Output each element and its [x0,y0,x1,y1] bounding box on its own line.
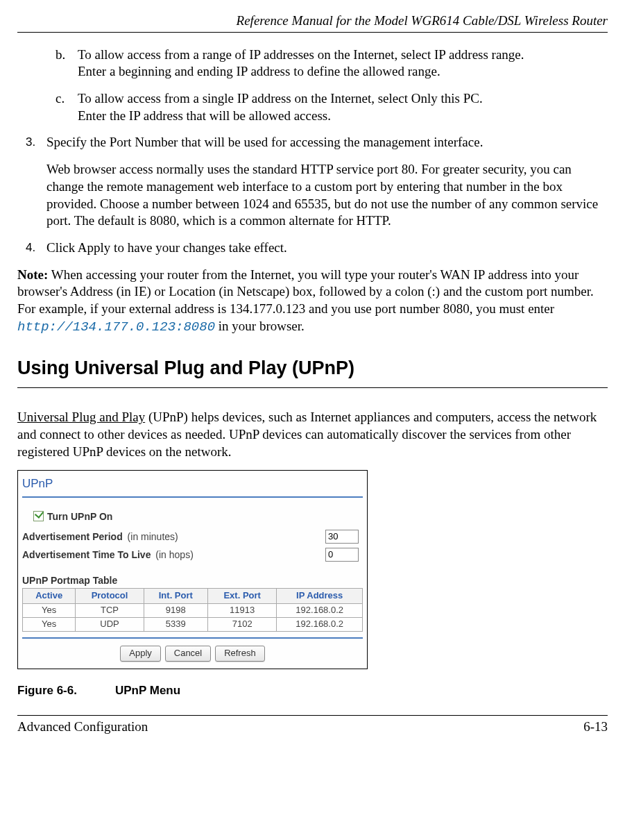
figure-caption: Figure 6-6.UPnP Menu [17,683,608,698]
figure-number: Figure 6-6. [17,684,77,697]
item-text: Specify the Port Number that will be use… [46,135,483,149]
page-body: b. To allow access from a range of IP ad… [17,33,608,698]
item-marker: b. [55,47,65,64]
footer-page-number: 6-13 [583,719,608,736]
list-item-c: c. To allow access from a single IP addr… [55,90,608,124]
cell-active: Yes [23,617,76,631]
col-active: Active [23,588,76,603]
item-marker: c. [55,90,65,108]
note-pre-text: When accessing your router from the Inte… [17,267,594,316]
portmap-table-label: UPnP Portmap Table [22,574,363,587]
cell-ip: 192.168.0.2 [277,603,363,617]
panel-divider [22,637,363,639]
item-text-line2: Enter a beginning and ending IP address … [78,64,440,78]
cell-protocol: UDP [76,617,144,631]
list-item-b: b. To allow access from a range of IP ad… [55,47,608,81]
item-number: 4. [26,240,35,255]
footer-section: Advanced Configuration [17,719,148,736]
adv-period-label-rest: (in minutes) [125,531,178,542]
apply-button[interactable]: Apply [120,646,161,662]
adv-period-input[interactable] [325,530,359,544]
cell-intport: 5339 [144,617,207,631]
turn-upnp-on-row: Turn UPnP On [33,510,363,523]
cell-protocol: TCP [76,603,144,617]
panel-divider [22,496,363,498]
col-intport: Int. Port [144,588,207,603]
col-extport: Ext. Port [208,588,277,603]
table-row: Yes UDP 5339 7102 192.168.0.2 [23,617,363,631]
cell-ip: 192.168.0.2 [277,617,363,631]
button-row: Apply Cancel Refresh [22,646,363,662]
adv-ttl-label-bold: Advertisement Time To Live [22,549,151,560]
upnp-link[interactable]: Universal Plug and Play [17,410,145,424]
portmap-table: Active Protocol Int. Port Ext. Port IP A… [22,588,363,632]
turn-upnp-on-label: Turn UPnP On [47,510,112,523]
cell-extport: 11913 [208,603,277,617]
advertisement-period-row: Advertisement Period (in minutes) [22,530,363,544]
list-item-4: 4. Click Apply to have your changes take… [26,240,608,257]
doc-header: Reference Manual for the Model WGR614 Ca… [17,0,608,33]
refresh-button[interactable]: Refresh [215,646,265,662]
col-protocol: Protocol [76,588,144,603]
table-row: Yes TCP 9198 11913 192.168.0.2 [23,603,363,617]
cell-intport: 9198 [144,603,207,617]
upnp-menu-screenshot: UPnP Turn UPnP On Advertisement Period (… [17,470,368,669]
cell-extport: 7102 [208,617,277,631]
item-number: 3. [26,135,35,150]
turn-upnp-on-checkbox[interactable] [33,511,44,521]
section-heading-upnp: Using Universal Plug and Play (UPnP) [17,356,608,380]
upnp-intro-paragraph: Universal Plug and Play (UPnP) helps dev… [17,409,608,460]
note-paragraph: Note: When accessing your router from th… [17,267,608,336]
cell-active: Yes [23,603,76,617]
section-rule [17,387,608,388]
item-text-line1: To allow access from a single IP address… [78,91,483,106]
table-header-row: Active Protocol Int. Port Ext. Port IP A… [23,588,363,603]
upnp-panel-title: UPnP [22,476,363,492]
figure-title: UPnP Menu [115,684,180,697]
adv-ttl-input[interactable] [325,548,359,562]
cancel-button[interactable]: Cancel [165,646,211,662]
item-text-line2: Enter the IP address that will be allowe… [78,108,331,123]
advertisement-ttl-row: Advertisement Time To Live (in hops) [22,548,363,562]
col-ip: IP Address [277,588,363,603]
adv-ttl-label-rest: (in hops) [153,549,193,560]
item-text: Click Apply to have your changes take ef… [46,240,287,255]
item-text-line1: To allow access from a range of IP addre… [78,47,524,62]
list-item-3: 3. Specify the Port Number that will be … [26,134,608,151]
note-url: http://134.177.0.123:8080 [17,319,215,335]
page-footer: Advanced Configuration 6-13 [17,715,608,736]
note-label: Note: [17,267,48,282]
adv-period-label-bold: Advertisement Period [22,531,123,542]
note-post-text: in your browser. [215,319,305,333]
item-3-continuation: Web browser access normally uses the sta… [46,161,608,230]
